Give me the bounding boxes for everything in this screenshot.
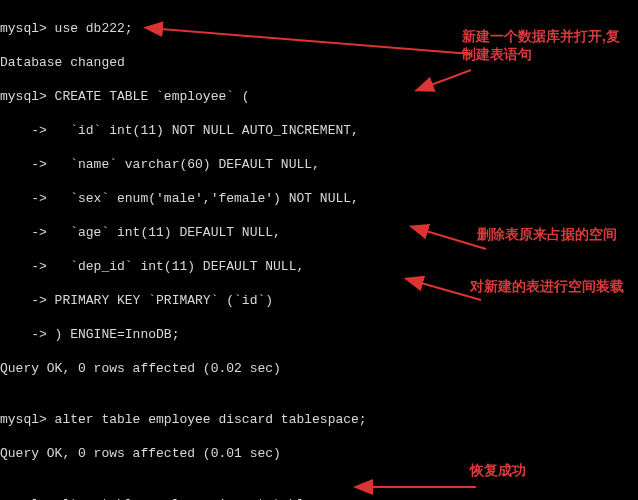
result-discard: Query OK, 0 rows affected (0.01 sec) (0, 445, 430, 462)
cmd-create-table-pk: -> PRIMARY KEY `PRIMARY` (`id`) (0, 292, 430, 309)
cmd-create-table-col-age: -> `age` int(11) DEFAULT NULL, (0, 224, 430, 241)
annotation-create: 新建一个数据库并打开,复制建表语句 (462, 27, 632, 63)
arrow-create-table (431, 70, 471, 85)
terminal-output: mysql> use db222; Database changed mysql… (0, 0, 430, 500)
cmd-discard-tablespace: mysql> alter table employee discard tabl… (0, 411, 430, 428)
cmd-create-table-engine: -> ) ENGINE=InnoDB; (0, 326, 430, 343)
annotation-success: 恢复成功 (470, 461, 590, 479)
cmd-create-table-col-id: -> `id` int(11) NOT NULL AUTO_INCREMENT, (0, 122, 430, 139)
cmd-use-db: mysql> use db222; (0, 20, 430, 37)
cmd-create-table-col-depid: -> `dep_id` int(11) DEFAULT NULL, (0, 258, 430, 275)
annotation-import: 对新建的表进行空间装载 (470, 277, 638, 295)
cmd-create-table-col-sex: -> `sex` enum('male','female') NOT NULL, (0, 190, 430, 207)
annotation-discard: 删除表原来占据的空间 (477, 225, 637, 243)
cmd-create-table: mysql> CREATE TABLE `employee` ( (0, 88, 430, 105)
cmd-import-tablespace: mysql> alter table employee import table… (0, 496, 430, 500)
result-create-table: Query OK, 0 rows affected (0.02 sec) (0, 360, 430, 377)
result-db-changed: Database changed (0, 54, 430, 71)
arrow-discard (426, 231, 486, 249)
cmd-create-table-col-name: -> `name` varchar(60) DEFAULT NULL, (0, 156, 430, 173)
